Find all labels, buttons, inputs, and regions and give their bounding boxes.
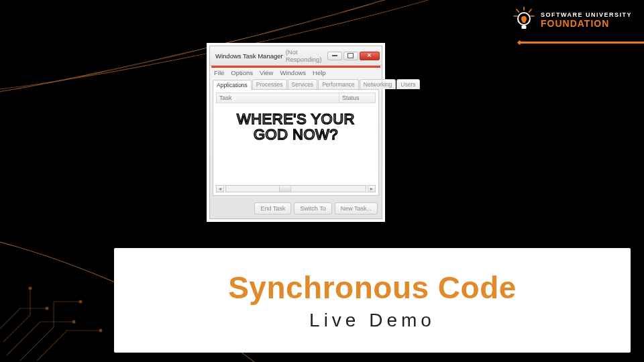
scroll-thumb[interactable] <box>279 186 291 192</box>
menu-help[interactable]: Help <box>313 69 326 76</box>
button-row: End Task Switch To New Task... <box>210 198 382 219</box>
brand-logo: SOFTWARE UNIVERSITY FOUNDATION <box>513 7 632 34</box>
svg-point-2 <box>79 300 83 304</box>
tab-services[interactable]: Services <box>288 79 318 89</box>
window-title: Windows Task Manager <box>215 52 283 60</box>
meme-line2: GOD NOW? <box>237 127 355 142</box>
column-status[interactable]: Status <box>339 93 376 103</box>
svg-point-4 <box>99 329 103 333</box>
menu-file[interactable]: File <box>214 69 224 76</box>
scroll-track[interactable] <box>225 185 366 192</box>
meme-area: WHERE'S YOUR GOD NOW? <box>216 103 376 184</box>
svg-point-3 <box>46 307 49 310</box>
taskmanager-window: Windows Task Manager (Not Responding) Fi… <box>209 46 382 219</box>
close-button[interactable] <box>360 52 380 60</box>
menu-bar: File Options View Windows Help <box>210 68 382 78</box>
svg-point-1 <box>29 287 32 290</box>
svg-line-6 <box>517 9 519 12</box>
tab-applications[interactable]: Applications <box>213 80 252 90</box>
new-task-button[interactable]: New Task... <box>335 202 378 215</box>
svg-point-0 <box>72 320 76 324</box>
tab-performance[interactable]: Performance <box>318 79 359 89</box>
horizontal-scrollbar[interactable]: ◄ ► <box>216 185 376 192</box>
column-task[interactable]: Task <box>216 93 339 103</box>
scroll-right-icon[interactable]: ► <box>368 185 376 192</box>
end-task-button[interactable]: End Task <box>254 202 291 215</box>
minimize-button[interactable] <box>327 52 342 60</box>
slide-title: Synchronous Code <box>228 269 517 306</box>
tab-users[interactable]: Users <box>396 79 419 89</box>
applications-panel: Task Status WHERE'S YOUR GOD NOW? ◄ ► <box>213 89 379 196</box>
svg-line-7 <box>529 9 531 12</box>
scroll-left-icon[interactable]: ◄ <box>216 185 224 192</box>
brand-line2: FOUNDATION <box>541 18 632 29</box>
menu-view[interactable]: View <box>260 69 273 76</box>
switch-to-button[interactable]: Switch To <box>294 202 331 215</box>
menu-options[interactable]: Options <box>231 69 253 76</box>
meme-text: WHERE'S YOUR GOD NOW? <box>237 111 355 142</box>
meme-line1: WHERE'S YOUR <box>237 111 355 127</box>
brand-underline <box>520 42 644 44</box>
tab-networking[interactable]: Networking <box>360 79 396 89</box>
title-block: Synchronous Code Live Demo <box>114 248 631 353</box>
tab-processes[interactable]: Processes <box>252 79 287 89</box>
slide-subtitle: Live Demo <box>309 310 435 331</box>
maximize-button[interactable] <box>343 52 358 60</box>
svg-rect-11 <box>521 25 526 29</box>
titlebar: Windows Task Manager (Not Responding) <box>210 46 382 66</box>
tab-strip: Applications Processes Services Performa… <box>210 78 382 89</box>
lightbulb-icon <box>513 7 535 34</box>
not-responding-label: (Not Responding) <box>286 48 322 63</box>
menu-windows[interactable]: Windows <box>280 69 306 76</box>
brand-line1: SOFTWARE UNIVERSITY <box>541 11 632 18</box>
